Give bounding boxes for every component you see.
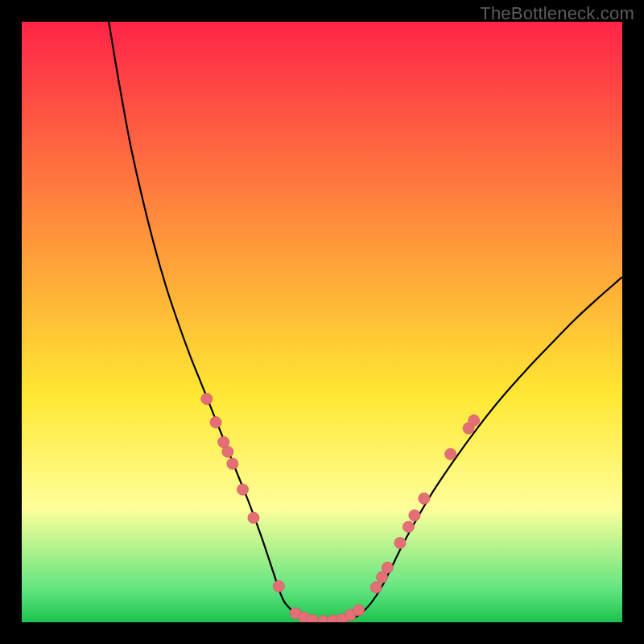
data-marker bbox=[402, 521, 414, 532]
data-marker bbox=[227, 458, 238, 469]
data-marker bbox=[382, 562, 393, 573]
data-marker bbox=[370, 582, 382, 593]
data-marker bbox=[353, 605, 365, 616]
data-marker bbox=[419, 493, 430, 504]
data-marker bbox=[307, 614, 318, 622]
data-marker bbox=[210, 417, 221, 428]
data-marker bbox=[273, 580, 284, 592]
data-marker bbox=[222, 446, 233, 457]
chart-frame: TheBottleneck.com bbox=[0, 0, 644, 644]
data-marker bbox=[237, 484, 249, 495]
data-marker bbox=[469, 415, 480, 426]
gradient-background bbox=[22, 22, 622, 622]
data-marker bbox=[409, 510, 420, 521]
watermark-text: TheBottleneck.com bbox=[480, 3, 634, 24]
data-marker bbox=[201, 393, 213, 404]
data-marker bbox=[394, 538, 406, 549]
chart-svg bbox=[22, 22, 622, 622]
data-marker bbox=[445, 448, 456, 460]
plot-area bbox=[22, 22, 622, 622]
data-marker bbox=[248, 512, 259, 523]
